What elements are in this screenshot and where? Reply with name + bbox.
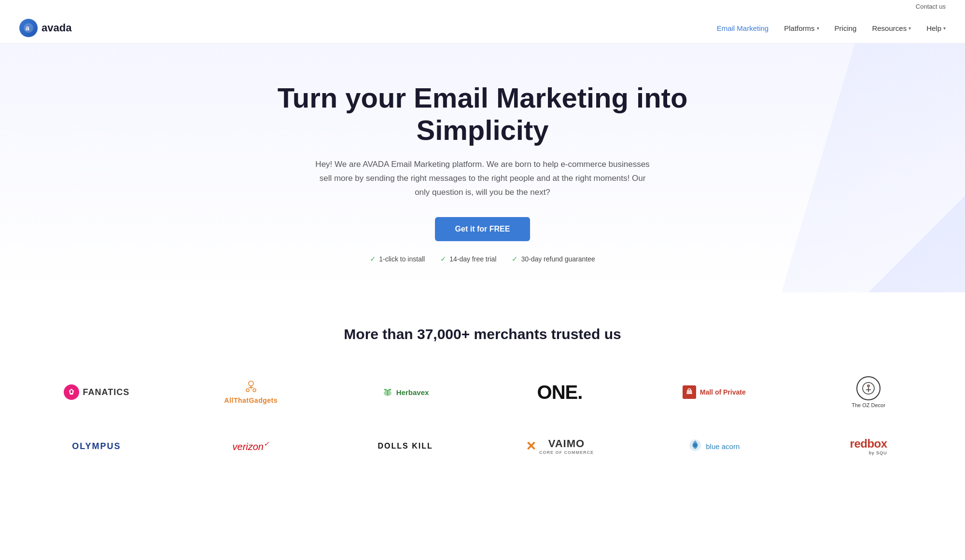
logo-vaimo: ✕ VAIMO CORE OF COMMERCE — [483, 433, 637, 460]
olympus-label: OLYMPUS — [72, 441, 121, 451]
fanatics-icon — [64, 384, 79, 400]
logo-ozdecor: The OZ Decor — [791, 371, 946, 413]
check-item-1: ✓ 1-click to install — [370, 255, 425, 263]
main-nav: Email Marketing Platforms ▾ Pricing Reso… — [717, 24, 946, 32]
fanatics-label: FANATICS — [83, 387, 130, 397]
logo-mallofprivate: Mall of Private — [637, 381, 791, 404]
contact-link[interactable]: Contact us — [916, 3, 946, 10]
nav-pricing[interactable]: Pricing — [835, 24, 857, 32]
vaimo-label: VAIMO — [539, 437, 594, 450]
nav-help[interactable]: Help ▾ — [926, 24, 946, 32]
ozdecor-icon — [856, 376, 881, 400]
svg-point-6 — [246, 389, 249, 392]
mallofprivate-icon — [683, 385, 696, 399]
hero-subtitle: Hey! We are AVADA Email Marketing platfo… — [314, 158, 652, 200]
platforms-chevron: ▾ — [817, 26, 819, 31]
check-label-1: 1-click to install — [379, 255, 425, 263]
hero-checks: ✓ 1-click to install ✓ 14-day free trial… — [275, 255, 690, 263]
mallofprivate-label: Mall of Private — [700, 388, 746, 396]
check-item-3: ✓ 30-day refund guarantee — [512, 255, 595, 263]
cta-button[interactable]: Get it for FREE — [435, 217, 531, 241]
logos-row-1: FANATICS AllThatGadgets — [19, 371, 946, 413]
nav-platforms[interactable]: Platforms ▾ — [784, 24, 819, 32]
dollskill-label: DOLLS KILL — [378, 442, 433, 451]
nav-email-marketing[interactable]: Email Marketing — [717, 24, 769, 32]
check-icon-3: ✓ — [512, 255, 518, 263]
merchants-section: More than 37,000+ merchants trusted us F… — [0, 292, 965, 508]
merchants-title: More than 37,000+ merchants trusted us — [19, 326, 946, 342]
logo-one: ONE. — [483, 377, 637, 408]
svg-point-15 — [693, 443, 697, 447]
blueacorn-icon — [688, 438, 702, 454]
logo[interactable]: a avada — [19, 19, 71, 37]
logos-row-2: OLYMPUS verizon✓ DOLLS KILL ✕ VAIMO CORE… — [19, 432, 946, 460]
logo-herbavex: Herbavex — [328, 382, 483, 403]
logo-allthatgadgets: AllThatGadgets — [174, 375, 328, 410]
blueacorn-label: blue acorn — [706, 442, 740, 451]
vaimo-icon: ✕ — [526, 439, 536, 454]
one-label: ONE. — [537, 382, 583, 403]
redbox-label: redbox — [850, 437, 887, 450]
logo-blueacorn: blue acorn — [637, 434, 791, 459]
help-chevron: ▾ — [943, 26, 946, 31]
svg-rect-2 — [70, 390, 72, 393]
svg-text:a: a — [26, 24, 29, 32]
nav-resources[interactable]: Resources ▾ — [872, 24, 911, 32]
logo-dollskill: DOLLS KILL — [328, 437, 483, 455]
logo-icon: a — [19, 19, 38, 37]
logo-olympus: OLYMPUS — [19, 437, 174, 456]
check-label-2: 14-day free trial — [449, 255, 496, 263]
redbox-sub: by SQU — [850, 451, 887, 455]
logo-fanatics: FANATICS — [19, 380, 174, 405]
top-bar: Contact us — [0, 0, 965, 13]
check-item-2: ✓ 14-day free trial — [440, 255, 496, 263]
ozdecor-label: The OZ Decor — [852, 402, 885, 408]
logo-redbox: redbox by SQU — [791, 432, 946, 460]
logo-verizon: verizon✓ — [174, 435, 328, 457]
hero-content: Turn your Email Marketing into Simplicit… — [275, 82, 690, 263]
allthatgadgets-label: AllThatGadgets — [224, 396, 278, 404]
hero-section: Turn your Email Marketing into Simplicit… — [0, 43, 965, 292]
svg-point-11 — [867, 384, 870, 387]
hero-title: Turn your Email Marketing into Simplicit… — [275, 82, 690, 146]
check-icon-2: ✓ — [440, 255, 447, 263]
svg-point-3 — [249, 381, 253, 386]
resources-chevron: ▾ — [909, 26, 911, 31]
logo-text: avada — [42, 22, 71, 34]
check-icon-1: ✓ — [370, 255, 376, 263]
verizon-label: verizon✓ — [233, 440, 269, 452]
svg-point-7 — [253, 389, 256, 392]
check-label-3: 30-day refund guarantee — [521, 255, 595, 263]
site-header: a avada Email Marketing Platforms ▾ Pric… — [0, 13, 965, 43]
herbavex-label: Herbavex — [396, 388, 429, 396]
